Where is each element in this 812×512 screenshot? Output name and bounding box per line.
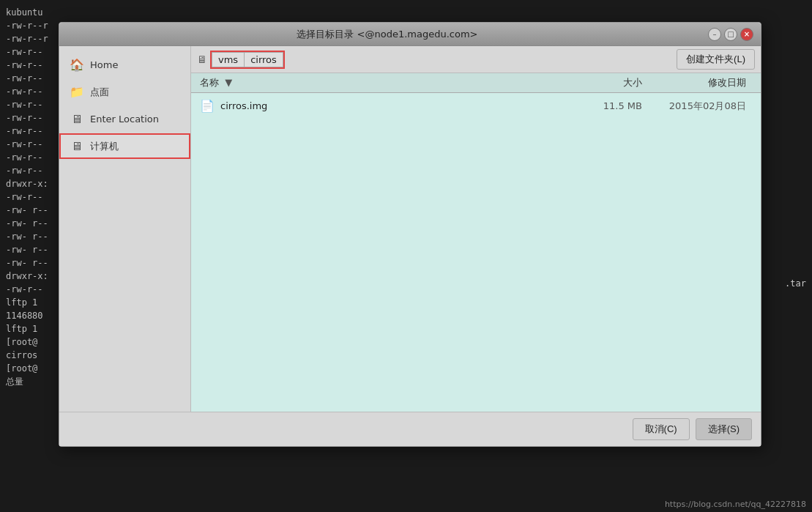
close-button[interactable]: × bbox=[740, 28, 753, 41]
window-controls: – □ × bbox=[708, 28, 753, 41]
watermark: https://blog.csdn.net/qq_42227818 bbox=[665, 500, 806, 509]
file-list-header: 名称 ▼ 大小 修改日期 bbox=[191, 73, 761, 93]
sidebar-item-computer[interactable]: 🖥 计算机 bbox=[59, 133, 190, 159]
location-icon: 🖥 bbox=[70, 112, 84, 126]
desktop-icon: 📁 bbox=[70, 85, 84, 99]
sidebar-item-location-label: Enter Location bbox=[90, 114, 159, 125]
cancel-button[interactable]: 取消(C) bbox=[633, 418, 690, 440]
breadcrumb-vms[interactable]: vms bbox=[212, 52, 244, 67]
breadcrumb: vms cirros bbox=[210, 51, 285, 69]
file-item-cirros-img[interactable]: 📄 cirros.img 11.5 MB 2015年02月08日 bbox=[191, 96, 761, 116]
path-bar: 🖥 vms cirros 创建文件夹(L) bbox=[191, 46, 761, 73]
sidebar-item-home-label: Home bbox=[90, 59, 118, 70]
path-folder-icon: 🖥 bbox=[197, 53, 207, 65]
breadcrumb-cirros[interactable]: cirros bbox=[244, 52, 283, 67]
file-date: 2015年02月08日 bbox=[642, 100, 752, 113]
file-size: 11.5 MB bbox=[554, 100, 642, 111]
select-button[interactable]: 选择(S) bbox=[696, 418, 752, 440]
sort-icon[interactable]: ▼ bbox=[225, 77, 232, 88]
dialog-title: 选择目标目录 <@node1.magedu.com> bbox=[67, 28, 708, 41]
column-size-header: 大小 bbox=[554, 76, 642, 89]
sidebar-item-computer-label: 计算机 bbox=[90, 140, 119, 153]
sidebar-item-enter-location[interactable]: 🖥 Enter Location bbox=[59, 106, 190, 132]
file-list: 📄 cirros.img 11.5 MB 2015年02月08日 bbox=[191, 93, 761, 412]
computer-icon: 🖥 bbox=[70, 139, 84, 153]
file-area: 🖥 vms cirros 创建文件夹(L) 名称 ▼ 大小 修改日期 � bbox=[191, 46, 761, 412]
minimize-button[interactable]: – bbox=[708, 28, 721, 41]
dialog-content: 🏠 Home 📁 点面 🖥 Enter Location 🖥 计算机 🖥 bbox=[59, 46, 761, 412]
tar-label: .tar bbox=[785, 278, 806, 289]
sidebar-item-home[interactable]: 🏠 Home bbox=[59, 52, 190, 78]
create-folder-button[interactable]: 创建文件夹(L) bbox=[677, 49, 755, 70]
home-icon: 🏠 bbox=[70, 58, 84, 72]
terminal-line-0: kubuntu bbox=[6, 6, 806, 19]
column-name-header: 名称 ▼ bbox=[200, 76, 554, 89]
sidebar-item-desktop[interactable]: 📁 点面 bbox=[59, 79, 190, 105]
file-icon: 📄 bbox=[200, 99, 215, 113]
sidebar: 🏠 Home 📁 点面 🖥 Enter Location 🖥 计算机 bbox=[59, 46, 191, 412]
dialog-footer: 取消(C) 选择(S) bbox=[59, 412, 761, 446]
column-date-header: 修改日期 bbox=[642, 76, 752, 89]
file-name: cirros.img bbox=[220, 100, 554, 111]
dialog-titlebar: 选择目标目录 <@node1.magedu.com> – □ × bbox=[59, 23, 761, 46]
maximize-button[interactable]: □ bbox=[724, 28, 737, 41]
sidebar-item-desktop-label: 点面 bbox=[90, 86, 109, 99]
file-chooser-dialog: 选择目标目录 <@node1.magedu.com> – □ × 🏠 Home … bbox=[59, 22, 761, 447]
